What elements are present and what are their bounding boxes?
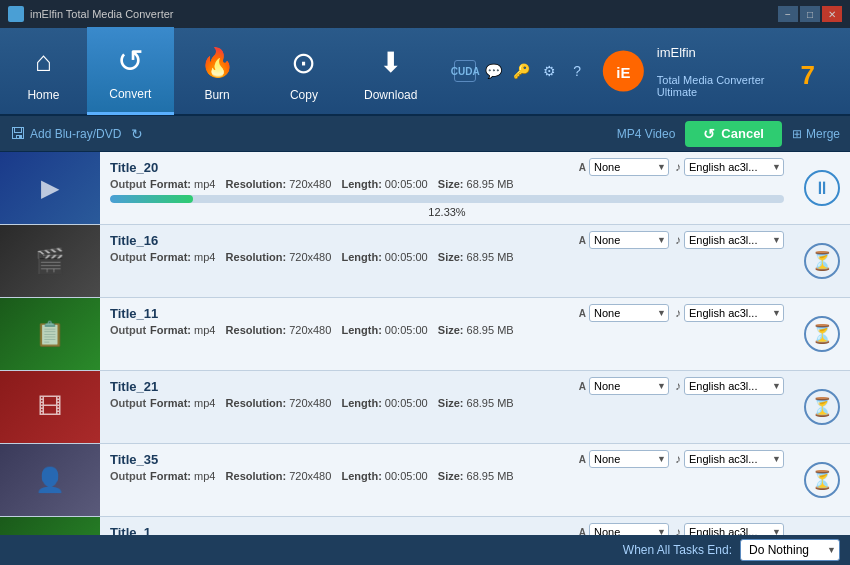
media-output-row: Output Format: mp4 Resolution: 720x480 L…	[110, 324, 784, 336]
audio-note-icon: ♪	[675, 233, 681, 247]
resolution-label: Resolution: 720x480	[219, 178, 331, 190]
output-label: Output	[110, 324, 146, 336]
media-thumbnail: 📋	[0, 298, 100, 370]
toolbar-copy-label: Copy	[290, 88, 318, 102]
media-title: Title_11	[110, 306, 158, 321]
media-title: Title_1	[110, 525, 151, 536]
audio-dropdown-wrapper: ♪ English ac3l... ▼	[675, 523, 784, 535]
audio-dropdown[interactable]: English ac3l...	[684, 304, 784, 322]
media-title: Title_20	[110, 160, 158, 175]
format-label: Format: mp4	[150, 178, 215, 190]
subtitle-a-icon: A	[579, 381, 586, 392]
svg-text:iE: iE	[616, 64, 630, 81]
merge-icon: ⊞	[792, 127, 802, 141]
resolution-label: Resolution: 720x480	[219, 251, 331, 263]
media-item-item2: 🎬 Title_16 A None ▼ ♪ English	[0, 225, 850, 298]
progress-bar-container	[110, 195, 784, 203]
media-thumbnail: 👤	[0, 444, 100, 516]
toolbar-download[interactable]: ⬇ Download	[347, 27, 434, 115]
help-icon[interactable]: ?	[566, 60, 588, 82]
title-bar: imElfin Total Media Converter − □ ✕	[0, 0, 850, 28]
toolbar-burn-label: Burn	[204, 88, 229, 102]
audio-dropdown-wrapper: ♪ English ac3l... ▼	[675, 377, 784, 395]
audio-dropdown-wrapper: ♪ English ac3l... ▼	[675, 304, 784, 322]
media-thumbnail: 🎞	[0, 371, 100, 443]
audio-dropdown[interactable]: English ac3l...	[684, 523, 784, 535]
media-title: Title_21	[110, 379, 158, 394]
cuda-icon[interactable]: CUDA	[454, 60, 476, 82]
subtitle-dropdown[interactable]: None	[589, 450, 669, 468]
subtitle-a-icon: A	[579, 454, 586, 465]
media-output-row: Output Format: mp4 Resolution: 720x480 L…	[110, 178, 784, 190]
key-icon[interactable]: 🔑	[510, 60, 532, 82]
thumb-icon: ▶	[0, 152, 100, 224]
length-label: Length: 00:05:00	[335, 178, 427, 190]
copy-icon: ⊙	[282, 40, 326, 84]
subtitle-dropdown[interactable]: None	[589, 231, 669, 249]
close-button[interactable]: ✕	[822, 6, 842, 22]
thumb-icon: 🎬	[0, 225, 100, 297]
length-label: Length: 00:05:00	[335, 470, 427, 482]
status-bar: When All Tasks End: Do Nothing Shutdown …	[0, 535, 850, 565]
audio-dropdown[interactable]: English ac3l...	[684, 377, 784, 395]
output-label: Output	[110, 470, 146, 482]
audio-dropdown-wrapper: ♪ English ac3l... ▼	[675, 231, 784, 249]
subtitle-dropdown[interactable]: None	[589, 377, 669, 395]
maximize-button[interactable]: □	[800, 6, 820, 22]
media-item-item4: 🎞 Title_21 A None ▼ ♪ English	[0, 371, 850, 444]
burn-icon: 🔥	[195, 40, 239, 84]
status-label: When All Tasks End:	[623, 543, 732, 557]
media-list: ▶ Title_20 A None ▼ ♪ English	[0, 152, 850, 535]
media-item-item5: 👤 Title_35 A None ▼ ♪ English	[0, 444, 850, 517]
app-title: imElfin Total Media Converter	[30, 8, 173, 20]
subtitle-dropdown[interactable]: None	[589, 304, 669, 322]
media-item-item6: 📋 Title_1 A None ▼ ♪ English	[0, 517, 850, 535]
audio-note-icon: ♪	[675, 379, 681, 393]
audio-dropdown[interactable]: English ac3l...	[684, 231, 784, 249]
pause-button[interactable]: ⏸	[804, 170, 840, 206]
audio-dropdown[interactable]: English ac3l...	[684, 450, 784, 468]
refresh-button[interactable]: ↻	[131, 126, 143, 142]
wait-icon: ⏳	[804, 389, 840, 425]
add-label: Add Blu-ray/DVD	[30, 127, 121, 141]
media-output-row: Output Format: mp4 Resolution: 720x480 L…	[110, 470, 784, 482]
length-label: Length: 00:05:00	[335, 397, 427, 409]
media-item-right: ⏳	[794, 444, 850, 516]
media-title-row: Title_16 A None ▼ ♪ English ac3l...	[110, 231, 784, 249]
thumb-icon: 📋	[0, 298, 100, 370]
output-label: Output	[110, 397, 146, 409]
brand-name: imElfin	[657, 45, 696, 60]
subtitle-dropdown[interactable]: None	[589, 523, 669, 535]
progress-bar	[110, 195, 193, 203]
subtitle-dropdown-wrapper: A None ▼	[579, 304, 669, 322]
merge-button[interactable]: ⊞ Merge	[792, 127, 840, 141]
format-label: Format: mp4	[150, 324, 215, 336]
format-label: MP4 Video	[617, 127, 675, 141]
toolbar-burn[interactable]: 🔥 Burn	[174, 27, 261, 115]
settings-icon[interactable]: ⚙	[538, 60, 560, 82]
brand: iE imElfin Total Media Converter Ultimat…	[600, 45, 815, 98]
toolbar-convert[interactable]: ↺ Convert	[87, 27, 174, 115]
thumb-icon: 📋	[0, 517, 100, 535]
cancel-button[interactable]: ↺ Cancel	[685, 121, 782, 147]
subtitle-dropdown-wrapper: A None ▼	[579, 450, 669, 468]
media-item-right: ⏸	[794, 152, 850, 224]
toolbar-convert-label: Convert	[109, 87, 151, 101]
toolbar-home[interactable]: ⌂ Home	[0, 27, 87, 115]
resolution-label: Resolution: 720x480	[219, 397, 331, 409]
audio-dropdown[interactable]: English ac3l...	[684, 158, 784, 176]
media-info: Title_20 A None ▼ ♪ English ac3l...	[100, 152, 794, 224]
subtitle-a-icon: A	[579, 527, 586, 536]
action-bar: 🖫 Add Blu-ray/DVD ↻ MP4 Video ↺ Cancel ⊞…	[0, 116, 850, 152]
size-label: Size: 68.95 MB	[432, 397, 514, 409]
toolbar-copy[interactable]: ⊙ Copy	[260, 27, 347, 115]
add-bluray-button[interactable]: 🖫 Add Blu-ray/DVD	[10, 125, 121, 143]
media-title-row: Title_35 A None ▼ ♪ English ac3l...	[110, 450, 784, 468]
subtitle-dropdown-wrapper: A None ▼	[579, 523, 669, 535]
minimize-button[interactable]: −	[778, 6, 798, 22]
subtitle-dropdown[interactable]: None	[589, 158, 669, 176]
audio-note-icon: ♪	[675, 452, 681, 466]
chat-icon[interactable]: 💬	[482, 60, 504, 82]
tasks-end-dropdown[interactable]: Do Nothing Shutdown Hibernate Sleep	[740, 539, 840, 561]
download-icon: ⬇	[369, 40, 413, 84]
